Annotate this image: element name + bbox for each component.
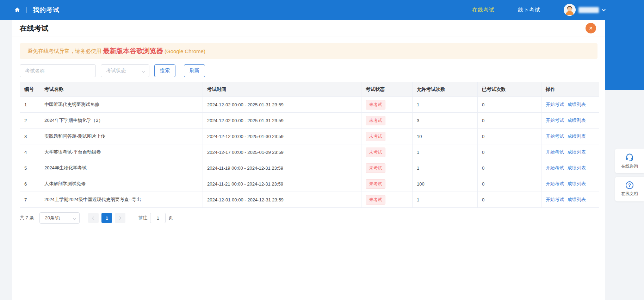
cell-name: 2024年生物化学考试: [40, 160, 203, 176]
score-list-link[interactable]: 成绩列表: [568, 102, 586, 107]
cell-name: 2024上学期2024级中国近现代史纲要考查--导出: [40, 192, 203, 208]
chevron-down-icon: [602, 7, 606, 11]
cell-actions: 开始考试 成绩列表: [541, 144, 599, 160]
cell-time: 2024-11-19 00:00 - 2024-12-31 23:59: [203, 160, 361, 176]
chevron-right-icon: [118, 216, 122, 220]
table-row: 2 2024年下学期生物化学（2） 2024-12-02 00:00 - 202…: [20, 113, 599, 129]
consult-label: 在线咨询: [621, 163, 638, 169]
user-avatar[interactable]: [564, 4, 576, 16]
status-badge: 未考试: [366, 148, 385, 157]
cell-taken: 0: [478, 176, 541, 192]
column-header-taken: 已考试次数: [478, 82, 541, 97]
user-menu[interactable]: [564, 4, 605, 16]
cell-time: 2024-12-02 00:00 - 2025-01-31 23:59: [203, 113, 361, 129]
breadcrumb-divider: [26, 7, 27, 13]
nav-item-online-exam[interactable]: 在线考试: [472, 7, 495, 13]
cell-allowed: 10: [413, 129, 478, 144]
start-exam-link[interactable]: 开始考试: [546, 165, 564, 170]
search-button[interactable]: 搜索: [154, 64, 175, 77]
cell-allowed: 1: [413, 144, 478, 160]
cell-name: 实践题和问答题-测试图片上传: [40, 129, 203, 144]
column-header-no: 编号: [20, 82, 40, 97]
page-size-value: 20条/页: [45, 215, 60, 221]
cell-allowed: 1: [413, 192, 478, 208]
start-exam-link[interactable]: 开始考试: [546, 197, 564, 202]
exam-status-select[interactable]: 考试状态: [101, 64, 149, 77]
cell-taken: 0: [478, 97, 541, 113]
online-consult-widget[interactable]: 在线咨询: [615, 149, 644, 173]
chevron-down-icon: [73, 216, 76, 220]
goto-page-input[interactable]: [150, 213, 166, 223]
headset-icon: [625, 152, 634, 162]
start-exam-link[interactable]: 开始考试: [546, 133, 564, 139]
column-header-allowed: 允许考试次数: [413, 82, 478, 97]
user-name-blurred: [578, 7, 599, 13]
table-header-row: 编号 考试名称 考试时间 考试状态 允许考试次数 已考试次数 操作: [20, 82, 599, 97]
exam-table-body: 1 中国近现代史纲要测试免修 2024-12-02 00:00 - 2025-0…: [20, 97, 599, 208]
close-icon: ✕: [589, 25, 593, 31]
score-list-link[interactable]: 成绩列表: [568, 197, 586, 202]
online-docs-widget[interactable]: ? 在线文档: [615, 177, 644, 201]
cell-allowed: 3: [413, 113, 478, 129]
banner-highlight: 最新版本谷歌浏览器: [103, 46, 163, 56]
cell-time: 2024-11-21 00:00 - 2024-12-31 23:59: [203, 176, 361, 192]
column-header-time: 考试时间: [203, 82, 361, 97]
next-page-button[interactable]: [115, 213, 125, 223]
cell-name: 中国近现代史纲要测试免修: [40, 97, 203, 113]
cell-no: 1: [20, 97, 40, 113]
cell-status: 未考试: [361, 176, 413, 192]
cell-time: 2024-12-12 00:00 - 2025-01-30 23:59: [203, 129, 361, 144]
start-exam-link[interactable]: 开始考试: [546, 118, 564, 123]
cell-actions: 开始考试 成绩列表: [541, 97, 599, 113]
cell-allowed: 100: [413, 176, 478, 192]
cell-status: 未考试: [361, 160, 413, 176]
status-badge: 未考试: [366, 132, 385, 141]
cell-status: 未考试: [361, 113, 413, 129]
page-size-select[interactable]: 20条/页: [39, 212, 80, 224]
score-list-link[interactable]: 成绩列表: [568, 181, 586, 186]
exam-table: 编号 考试名称 考试时间 考试状态 允许考试次数 已考试次数 操作 1 中国近现…: [20, 82, 599, 208]
score-list-link[interactable]: 成绩列表: [568, 149, 586, 155]
banner-suffix: (Google Chrome): [165, 48, 205, 54]
score-list-link[interactable]: 成绩列表: [568, 165, 586, 170]
exam-name-input[interactable]: [20, 64, 96, 77]
table-row: 1 中国近现代史纲要测试免修 2024-12-02 00:00 - 2025-0…: [20, 97, 599, 113]
score-list-link[interactable]: 成绩列表: [568, 133, 586, 139]
chevron-left-icon: [92, 216, 96, 220]
score-list-link[interactable]: 成绩列表: [568, 118, 586, 123]
cell-time: 2024-12-01 00:00 - 2024-12-31 23:59: [203, 192, 361, 208]
home-icon[interactable]: [14, 7, 20, 13]
cell-actions: 开始考试 成绩列表: [541, 160, 599, 176]
status-badge: 未考试: [366, 163, 385, 173]
table-row: 6 人体解剖学测试免修 2024-11-21 00:00 - 2024-12-3…: [20, 176, 599, 192]
cell-no: 6: [20, 176, 40, 192]
cell-taken: 0: [478, 129, 541, 144]
table-row: 7 2024上学期2024级中国近现代史纲要考查--导出 2024-12-01 …: [20, 192, 599, 208]
total-count: 共 7 条: [20, 215, 34, 221]
cell-no: 3: [20, 129, 40, 144]
refresh-button[interactable]: 刷新: [184, 64, 205, 77]
start-exam-link[interactable]: 开始考试: [546, 149, 564, 155]
chevron-down-icon: [142, 69, 145, 73]
current-page-button[interactable]: 1: [101, 213, 112, 223]
cell-no: 2: [20, 113, 40, 129]
prev-page-button[interactable]: [88, 213, 99, 223]
status-badge: 未考试: [366, 179, 385, 189]
cell-time: 2024-12-02 00:00 - 2025-01-31 23:59: [203, 97, 361, 113]
app-header: 我的考试 在线考试 线下考试: [0, 0, 644, 20]
cell-no: 5: [20, 160, 40, 176]
nav-item-offline-exam[interactable]: 线下考试: [518, 7, 540, 13]
chrome-warning-banner: 避免在线考试异常，请务必使用 最新版本谷歌浏览器 (Google Chrome): [20, 43, 597, 59]
start-exam-link[interactable]: 开始考试: [546, 102, 564, 107]
cell-name: 2024年下学期生物化学（2）: [40, 113, 203, 129]
table-row: 4 大学英语考试-平台自动组卷 2024-12-17 00:00 - 2025-…: [20, 144, 599, 160]
pagination: 共 7 条 20条/页 1 前往 页: [20, 212, 597, 224]
cell-actions: 开始考试 成绩列表: [541, 192, 599, 208]
cell-status: 未考试: [361, 192, 413, 208]
cell-actions: 开始考试 成绩列表: [541, 129, 599, 144]
close-button[interactable]: ✕: [586, 23, 596, 33]
page-title: 在线考试: [20, 24, 49, 33]
cell-status: 未考试: [361, 129, 413, 144]
cell-name: 人体解剖学测试免修: [40, 176, 203, 192]
start-exam-link[interactable]: 开始考试: [546, 181, 564, 186]
